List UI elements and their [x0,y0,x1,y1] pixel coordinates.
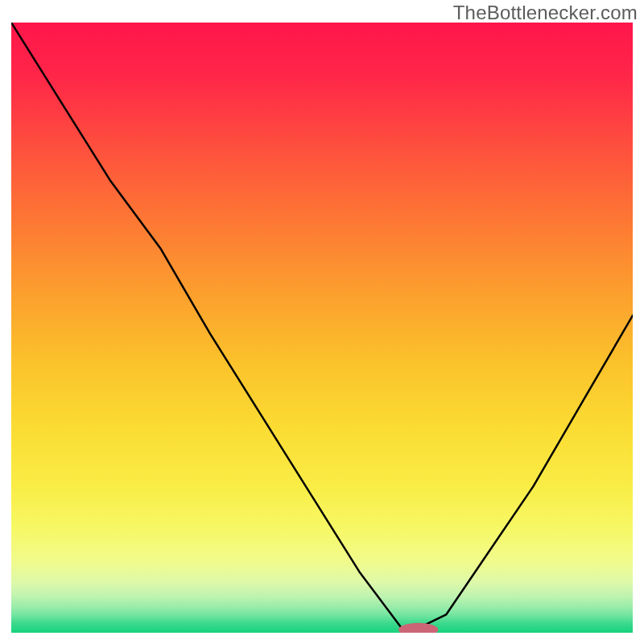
chart-container: TheBottlenecker.com [0,0,644,644]
gradient-background [11,23,633,633]
watermark-text: TheBottlenecker.com [453,2,638,24]
bottleneck-chart [11,23,633,633]
